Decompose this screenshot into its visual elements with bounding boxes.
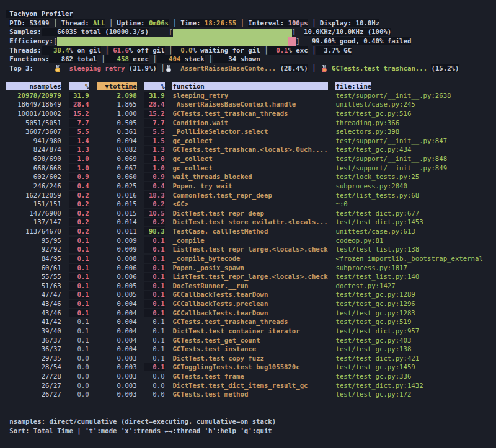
top3-rank3-name: GCTests.test_trashcan... (332, 64, 427, 72)
table-row[interactable]: 941/980 1.4 0.094 1.5 gc_collect test/su… (6, 137, 483, 146)
table-row[interactable]: 602/602 0.9 0.060 0.9 wait_threads_block… (6, 173, 483, 182)
spacer (328, 264, 336, 272)
table-row[interactable]: 27/28 0.0 0.003 0.0 GCTests.test_frame t… (6, 372, 483, 382)
spacer (165, 182, 173, 190)
table-row[interactable]: 5051/5051 7.7 0.505 7.7 Condition.wait t… (6, 119, 483, 128)
cell-pct-direct: 0.1 (69, 282, 89, 290)
cell-pct-cumulative: 0.1 (144, 264, 164, 272)
cell-function: GCCallbackTests.tearDown (172, 291, 327, 299)
table-row[interactable]: 26/27 0.0 0.003 0.0 GCTests.test_method … (6, 390, 483, 400)
table-row[interactable]: 162/12059 0.2 0.016 18.3 CommonTest.test… (6, 191, 483, 201)
spacer (165, 191, 173, 200)
table-row[interactable]: 36/37 0.1 0.004 0.1 GCTests.test_instanc… (6, 345, 483, 354)
column-header-nsamples[interactable]: nsamples (6, 82, 61, 90)
table-row[interactable]: 246/246 0.4 0.025 0.4 Popen._try_wait su… (6, 182, 483, 191)
table-row[interactable]: 668/668 1.0 0.067 1.0 gc_collect test/su… (6, 164, 483, 173)
table-row[interactable]: 47/47 0.1 0.005 0.1 GCCallbackTests.tear… (6, 291, 483, 300)
table-row[interactable]: 92/92 0.1 0.009 0.1 ListTest.test_repr_l… (6, 245, 483, 255)
table-row[interactable]: 10001/10002 15.2 1.000 15.2 GCTests.test… (6, 110, 483, 119)
table-row[interactable]: 137/147 0.2 0.014 0.2 DictTest.test_stor… (6, 218, 483, 227)
spacer (300, 37, 312, 45)
table-row[interactable]: 113/64670 0.2 0.011 98.3 TestCase._callT… (6, 227, 483, 237)
cell-function: _PollLikeSelector.select (172, 128, 327, 136)
spacer (137, 318, 145, 326)
table-row[interactable]: 43/46 0.1 0.004 0.1 GCCallbackTests.tear… (6, 309, 483, 318)
table-row[interactable]: 39/40 0.1 0.004 0.1 DictTest.test_contai… (6, 327, 483, 336)
cell-tottime: 0.003 (89, 390, 137, 398)
thread-stat-on-gil: 38.4% on gil (42, 46, 101, 55)
cell-pct-cumulative: 0.1 (144, 291, 164, 299)
cell-fileline: test/support/__init__.py:848 (335, 155, 447, 163)
stat-label: exc (292, 46, 308, 55)
table-row[interactable]: 3607/3607 5.5 0.361 5.5 _PollLikeSelecto… (6, 128, 483, 137)
cell-tottime: 0.003 (89, 382, 137, 390)
cell-tottime: 0.008 (89, 255, 137, 263)
spacer (61, 237, 69, 245)
spacer (296, 28, 304, 36)
cell-pct-cumulative: 1.5 (144, 137, 164, 145)
column-header-pct-direct[interactable]: % (69, 82, 89, 90)
column-header-pct-cumulative[interactable]: % (144, 82, 164, 90)
spacer (328, 390, 336, 398)
cell-function: Condition.wait (172, 119, 327, 127)
spacer (61, 191, 69, 200)
cell-tottime: 0.003 (89, 363, 137, 371)
table-row[interactable]: 18649/18649 28.4 1.865 28.4 _AssertRaise… (6, 100, 483, 110)
interval-stat: Interval: 100µs (248, 19, 308, 27)
time-stat: Time: 18:26:55 (180, 19, 236, 27)
cell-tottime: 0.025 (89, 182, 137, 190)
pid-label: PID: (9, 19, 29, 27)
table-row[interactable]: 41/42 0.1 0.004 0.1 GCTests.test_trashca… (6, 318, 483, 327)
spacer (137, 309, 145, 317)
cell-nsamples: 5051/5051 (6, 119, 61, 127)
cell-tottime: 0.016 (89, 191, 137, 200)
cell-pct-direct: 1.0 (69, 155, 89, 163)
terminal-window[interactable]: Tachyon Profiler PID: 53499 │ Thread: AL… (0, 0, 496, 448)
table-row[interactable]: 147/6900 0.2 0.015 10.5 DictTest.test_re… (6, 209, 483, 219)
spacer (61, 164, 69, 172)
cell-pct-direct: 0.9 (69, 173, 89, 181)
column-header-fileline[interactable]: file:line (335, 82, 371, 90)
table-row[interactable]: 43/46 0.1 0.004 0.1 GCCallbackTests.prec… (6, 300, 483, 309)
cell-pct-direct: 1.4 (69, 137, 89, 145)
silver-medal-icon (166, 65, 172, 73)
table-row[interactable]: 36/37 0.1 0.004 0.1 GCTests.test_get_cou… (6, 336, 483, 346)
column-header-function[interactable]: function (172, 82, 327, 90)
spacer (165, 100, 173, 108)
spacer (328, 164, 336, 172)
spacer (137, 245, 145, 253)
table-row[interactable]: 95/95 0.1 0.009 0.1 _compile codeop.py:8… (6, 237, 483, 246)
table-row[interactable]: 20978/20979 31.9 2.098 31.9 sleeping_ret… (6, 92, 483, 101)
cell-tottime: 1.000 (89, 110, 137, 118)
spacer (61, 100, 69, 108)
thread-stat: Thread: ALL (61, 19, 105, 27)
table-row[interactable]: 84/95 0.1 0.008 0.1 _compile_bytecode <f… (6, 255, 483, 264)
table-row[interactable]: 28/54 0.0 0.003 0.1 GCTogglingTests.test… (6, 363, 483, 372)
table-row[interactable]: 824/874 1.3 0.082 1.3 GCTests.test_trash… (6, 146, 483, 155)
table-row[interactable]: 29/35 0.0 0.003 0.1 DictTest.test_copy_f… (6, 354, 483, 364)
spacer (61, 264, 69, 272)
column-header-tottime-sorted[interactable]: ▼tottime (97, 82, 136, 90)
spacer (61, 200, 69, 208)
table-row[interactable]: 60/61 0.1 0.006 0.1 Popen._posix_spawn s… (6, 264, 483, 273)
spacer (137, 182, 145, 190)
cell-fileline: test/test_gc.py:519 (335, 318, 411, 326)
stat-label: exec (129, 55, 149, 63)
table-row[interactable]: 690/690 1.0 0.069 1.0 gc_collect test/su… (6, 155, 483, 164)
functions-stat-stack: 404 stack (157, 55, 205, 63)
efficiency-bar-failed (288, 37, 296, 46)
table-row[interactable]: 26/27 0.0 0.003 0.0 DictTest.test_dict_i… (6, 382, 483, 391)
spacer (137, 237, 145, 245)
cell-tottime: 0.009 (89, 237, 137, 245)
table-row[interactable]: 51/63 0.1 0.005 0.1 DocTestRunner.__run … (6, 282, 483, 291)
cell-tottime: 0.004 (89, 309, 137, 317)
cell-fileline: threading.py:366 (335, 119, 399, 127)
cell-tottime: 0.094 (89, 137, 137, 145)
cell-pct-direct: 0.0 (69, 390, 89, 398)
cell-pct-direct: 0.2 (69, 218, 89, 226)
display-label: Display: (320, 19, 356, 27)
table-row[interactable]: 55/55 0.1 0.006 0.1 ListTest.test_repr_l… (6, 273, 483, 282)
table-row[interactable]: 151/151 0.2 0.015 0.2 <GC> ~:0 (6, 200, 483, 209)
spacer (137, 363, 145, 371)
spacer (165, 155, 173, 163)
